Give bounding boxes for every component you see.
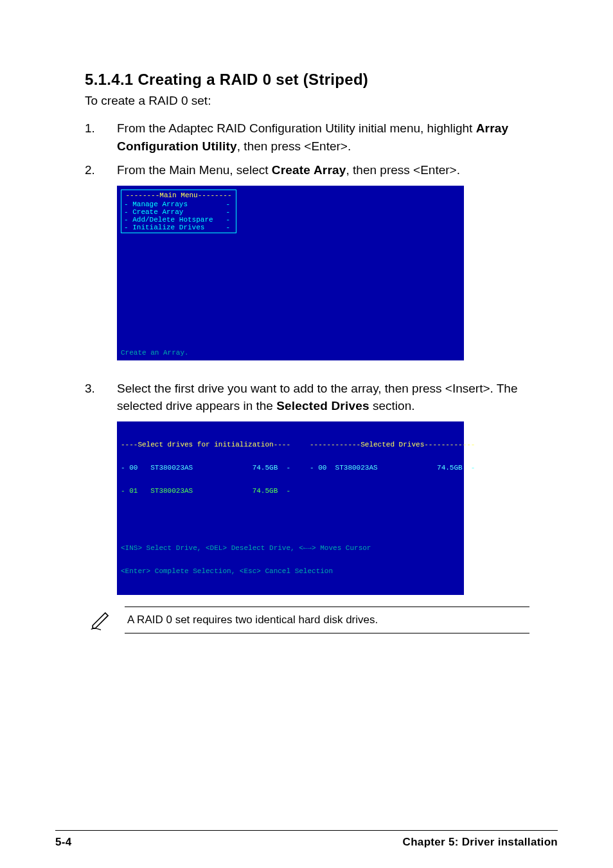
step-text: Select the first drive you want to add t… [117, 380, 529, 415]
step-3: 3. Select the first drive you want to ad… [85, 380, 529, 415]
page-number: 5-4 [55, 836, 71, 849]
note-block: A RAID 0 set requires two identical hard… [85, 607, 529, 633]
bios-screenshot-main-menu: --------Main Menu-------- - Manage Array… [117, 186, 464, 360]
text-pre: From the Adaptec RAID Configuration Util… [117, 121, 476, 135]
page-content: 5.1.4.1 Creating a RAID 0 set (Striped) … [85, 71, 529, 633]
text-bold: Create Array [272, 163, 346, 177]
bios-footer-hints: <INS> Select Drive, <DEL> Deselect Drive… [121, 529, 371, 591]
bios-left-header: ----Select drives for initialization---- [121, 441, 290, 448]
bios-menu-box: --------Main Menu-------- - Manage Array… [121, 190, 236, 233]
chapter-label: Chapter 5: Driver installation [403, 836, 558, 849]
bios-selected-row: - 00 ST380023AS 74.5GB - [310, 464, 475, 472]
step-2: 2. From the Main Menu, select Create Arr… [85, 161, 529, 179]
section-heading: 5.1.4.1 Creating a RAID 0 set (Striped) [85, 71, 529, 89]
text-post: , then press <Enter>. [237, 139, 351, 153]
note-text: A RAID 0 set requires two identical hard… [125, 607, 529, 633]
bios-hint-line: <INS> Select Drive, <DEL> Deselect Drive… [121, 544, 371, 552]
bios-menu-title: --------Main Menu-------- [124, 191, 233, 199]
steps-list-cont: 3. Select the first drive you want to ad… [85, 380, 529, 415]
bios-menu-item: - Manage Arrays - [124, 200, 233, 208]
bios-drive-row: - 01 ST380023AS 74.5GB - [121, 487, 290, 495]
intro-text: To create a RAID 0 set: [85, 94, 529, 108]
pencil-note-icon [90, 609, 112, 631]
step-number: 2. [85, 161, 117, 179]
bios-right-panel: ------------Selected Drives------------ … [310, 425, 475, 488]
bios-left-panel: ----Select drives for initialization----… [121, 425, 290, 511]
step-text: From the Adaptec RAID Configuration Util… [117, 120, 529, 155]
step-1: 1. From the Adaptec RAID Configuration U… [85, 120, 529, 155]
bios-right-header: ------------Selected Drives------------ [310, 441, 475, 448]
bios-status-line: Create an Array. [121, 349, 189, 357]
step-text: From the Main Menu, select Create Array,… [117, 161, 529, 179]
page-footer: 5-4 Chapter 5: Driver installation [55, 830, 558, 849]
step-number: 1. [85, 120, 117, 155]
text-bold: Selected Drives [276, 399, 369, 412]
steps-list: 1. From the Adaptec RAID Configuration U… [85, 120, 529, 179]
text-post: , then press <Enter>. [346, 163, 460, 177]
bios-menu-item: - Add/Delete Hotspare - [124, 216, 233, 224]
bios-screenshot-select-drives: ----Select drives for initialization----… [117, 421, 464, 595]
text-pre: From the Main Menu, select [117, 163, 272, 177]
note-icon [85, 609, 117, 631]
bios-menu-item: - Initialize Drives - [124, 224, 233, 231]
bios-menu-item: - Create Array - [124, 208, 233, 216]
bios-hint-line: <Enter> Complete Selection, <Esc> Cancel… [121, 567, 371, 575]
step-number: 3. [85, 380, 117, 415]
text-post: section. [369, 399, 415, 412]
bios-drive-row: - 00 ST380023AS 74.5GB - [121, 464, 290, 472]
